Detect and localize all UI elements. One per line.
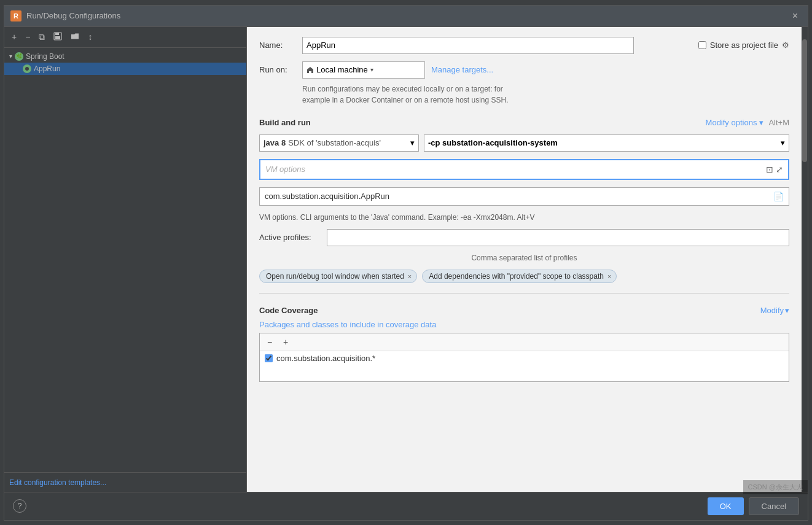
coverage-modify-label: Modify <box>760 306 784 315</box>
sidebar-bottom: Edit configuration templates... <box>4 472 246 492</box>
main-class-copy-button[interactable]: 📄 <box>773 192 784 201</box>
sidebar-tree: ▾ 🌿 Spring Boot AppRun <box>4 48 246 472</box>
hint-line1: Run configurations may be executed local… <box>302 84 789 95</box>
sidebar-toolbar: + − ⧉ ↕ <box>4 27 246 48</box>
vm-expand-text-button[interactable]: ⊡ <box>766 165 773 174</box>
watermark: CSDN @余生大大 <box>743 480 808 494</box>
sidebar-item-apprun[interactable]: AppRun <box>4 63 246 75</box>
apprun-icon <box>23 64 31 73</box>
packages-label-blue: in <box>377 320 383 329</box>
name-input[interactable] <box>302 37 634 54</box>
tags-row: Open run/debug tool window when started … <box>259 270 789 283</box>
package-item: com.substation.acquisition.* <box>260 351 789 365</box>
packages-remove-button[interactable]: − <box>264 336 276 348</box>
active-profiles-input[interactable] <box>327 229 789 246</box>
sdk-suffix: SDK of 'substation-acquis' <box>288 138 381 147</box>
tag-chip-2: Add dependencies with "provided" scope t… <box>422 270 617 283</box>
build-and-run-title: Build and run <box>259 118 311 127</box>
run-on-label: Run on: <box>259 65 296 74</box>
cancel-button[interactable]: Cancel <box>749 497 799 515</box>
run-debug-dialog: R Run/Debug Configurations × + − ⧉ <box>4 5 808 521</box>
sdk-row: java 8 SDK of 'substation-acquis' ▾ -cp … <box>259 134 789 152</box>
packages-box: − + com.substation.acquisition.* <box>259 333 789 382</box>
bottom-bar: ? OK Cancel <box>4 492 808 520</box>
help-button[interactable]: ? <box>13 499 26 513</box>
app-icon: R <box>10 10 21 21</box>
vm-options-field[interactable]: VM options ⊡ ⤢ <box>259 159 789 180</box>
remove-config-button[interactable]: − <box>23 31 33 43</box>
packages-label-after: coverage data <box>386 320 436 329</box>
coverage-modify-button[interactable]: Modify ▾ <box>760 306 789 315</box>
save-config-button[interactable] <box>51 31 64 44</box>
run-on-chevron-icon: ▾ <box>370 66 373 73</box>
folder-config-button[interactable] <box>68 31 82 44</box>
cp-select[interactable]: -cp substation-acquisition-system ▾ <box>424 134 789 152</box>
manage-targets-link[interactable]: Manage targets... <box>431 65 493 74</box>
copy-config-button[interactable]: ⧉ <box>36 31 47 44</box>
run-on-hint: Run configurations may be executed local… <box>302 84 789 106</box>
package-checkbox[interactable] <box>265 354 273 362</box>
name-row: Name: Store as project file ⚙ <box>259 37 789 54</box>
dialog-title: Run/Debug Configurations <box>26 11 120 20</box>
modify-options-label: Modify options <box>706 118 757 127</box>
packages-add-button[interactable]: + <box>279 336 292 348</box>
cp-chevron-icon: ▾ <box>781 138 785 147</box>
svg-rect-2 <box>55 36 60 39</box>
sdk-label: java 8 <box>264 138 286 147</box>
spring-boot-label: Spring Boot <box>26 52 64 61</box>
spring-boot-icon: 🌿 <box>15 52 23 61</box>
divider <box>259 293 789 294</box>
store-as-project-checkbox[interactable] <box>698 41 706 49</box>
run-on-value: Local machine <box>316 65 368 74</box>
active-profiles-label: Active profiles: <box>259 233 321 242</box>
title-bar-left: R Run/Debug Configurations <box>10 10 120 21</box>
package-name: com.substation.acquisition.* <box>276 354 375 363</box>
modify-options-shortcut: Alt+M <box>768 118 789 127</box>
run-on-row: Run on: Local machine ▾ Manage targets..… <box>259 61 789 79</box>
vm-hint-text: VM options. CLI arguments to the 'Java' … <box>259 213 789 222</box>
sort-config-button[interactable]: ↕ <box>85 31 95 43</box>
tag2-label: Add dependencies with "provided" scope t… <box>429 272 604 281</box>
sdk-chevron-icon: ▾ <box>410 138 415 147</box>
vm-options-icons: ⊡ ⤢ <box>766 165 783 174</box>
store-as-project-label: Store as project file <box>710 41 778 50</box>
apprun-label: AppRun <box>34 64 60 73</box>
main-class-row[interactable]: com.substation.acquisition.AppRun 📄 <box>259 187 789 206</box>
chevron-down-icon: ▾ <box>9 53 12 60</box>
scrollbar-thumb <box>802 39 807 162</box>
main-content: + − ⧉ ↕ ▾ <box>4 27 808 492</box>
form-area: Name: Store as project file ⚙ Run on: <box>247 27 802 392</box>
add-config-button[interactable]: + <box>9 31 19 43</box>
svg-rect-1 <box>55 33 59 35</box>
sidebar-item-spring-boot[interactable]: ▾ 🌿 Spring Boot <box>4 50 246 63</box>
cp-value: -cp substation-acquisition-system <box>428 138 558 147</box>
tag-chip-1: Open run/debug tool window when started … <box>259 270 417 283</box>
edit-templates-link[interactable]: Edit configuration templates... <box>9 478 106 487</box>
run-on-select[interactable]: Local machine ▾ <box>302 61 425 79</box>
close-button[interactable]: × <box>789 9 802 23</box>
hint-line2: example in a Docker Container or on a re… <box>302 95 789 106</box>
active-profiles-row: Active profiles: <box>259 229 789 246</box>
comma-hint: Comma separated list of profiles <box>259 254 789 262</box>
title-bar: R Run/Debug Configurations × <box>4 6 808 27</box>
packages-label: Packages and classes to include in cover… <box>259 320 789 329</box>
right-panel: Name: Store as project file ⚙ Run on: <box>247 27 802 492</box>
vm-expand-dialog-button[interactable]: ⤢ <box>776 165 783 174</box>
gear-icon[interactable]: ⚙ <box>782 41 789 50</box>
ok-button[interactable]: OK <box>708 497 744 515</box>
scrollbar-track[interactable] <box>802 27 808 492</box>
coverage-section: Code Coverage Modify ▾ Packages and clas… <box>259 306 789 382</box>
bottom-right: OK Cancel <box>708 497 799 515</box>
tag1-close-button[interactable]: × <box>408 273 412 280</box>
packages-toolbar: − + <box>260 333 789 351</box>
store-checkbox-row: Store as project file ⚙ <box>698 41 789 50</box>
sidebar: + − ⧉ ↕ ▾ <box>4 27 247 492</box>
coverage-modify-chevron-icon: ▾ <box>785 306 789 315</box>
sdk-select[interactable]: java 8 SDK of 'substation-acquis' ▾ <box>259 134 419 152</box>
build-and-run-header: Build and run Modify options ▾ Alt+M <box>259 118 789 127</box>
modify-options-button[interactable]: Modify options ▾ Alt+M <box>706 118 789 127</box>
tag2-close-button[interactable]: × <box>607 273 611 280</box>
coverage-header: Code Coverage Modify ▾ <box>259 306 789 315</box>
chevron-down-icon: ▾ <box>759 118 763 127</box>
packages-label-before: Packages and classes to include <box>259 320 375 329</box>
